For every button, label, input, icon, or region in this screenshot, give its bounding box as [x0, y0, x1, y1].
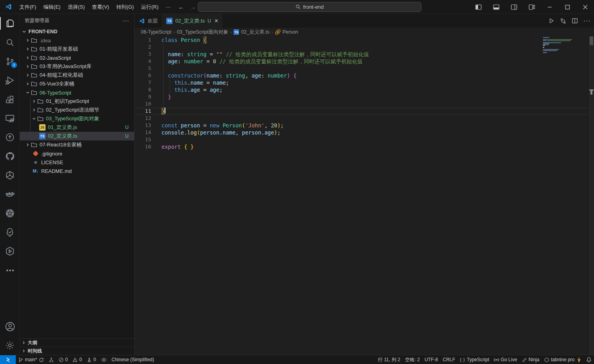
code-line-10[interactable]: 10 — [135, 100, 594, 108]
code-line-14[interactable]: 14console.log(person.name, person.age); — [135, 129, 594, 136]
activity-run-debug-icon[interactable] — [0, 71, 20, 90]
split-editor-icon[interactable] — [572, 18, 578, 24]
activity-media-play-icon[interactable] — [0, 242, 20, 261]
activity-more-icon[interactable] — [0, 261, 20, 280]
breadcrumb-item[interactable]: TS02_定义类.ts — [233, 29, 269, 36]
status-spell-checker[interactable] — [99, 355, 109, 364]
tree-item[interactable]: 01-前端开发基础 — [20, 45, 134, 53]
activity-github-icon[interactable] — [0, 147, 20, 166]
code-line-6[interactable]: 6 constructor(name: string, age: number)… — [135, 72, 594, 79]
status-language-mode[interactable]: { }TypeScript — [457, 355, 492, 364]
status-notifications[interactable] — [584, 355, 594, 364]
code-line-16[interactable]: 16export { } — [135, 143, 594, 150]
scrollbar-slider[interactable] — [590, 36, 593, 45]
code-line-13[interactable]: 13const person = new Person('John', 20); — [135, 122, 594, 129]
minimize-button[interactable] — [541, 0, 558, 14]
close-button[interactable] — [576, 0, 594, 14]
status-cursor-position[interactable]: 行 11, 列 2 — [376, 355, 402, 364]
toggle-secondary-sidebar-icon[interactable] — [505, 0, 523, 14]
run-file-icon[interactable] — [548, 18, 554, 24]
status-git-branch[interactable]: main* — [16, 355, 46, 364]
tree-item[interactable]: 03-常用的JavaScript库 — [20, 62, 134, 71]
menu-item-1[interactable]: 编辑(E) — [40, 0, 64, 13]
tree-item[interactable]: 02-JavaScript — [20, 53, 134, 62]
menu-item-0[interactable]: 文件(F) — [16, 0, 40, 13]
sidebar-panel-1[interactable]: 时间线 — [20, 347, 134, 355]
tree-item[interactable]: 07-React18全家桶 — [20, 140, 134, 149]
more-actions-icon[interactable]: ··· — [583, 17, 591, 25]
code-line-12[interactable]: 12 — [135, 115, 594, 122]
tab-close-icon[interactable]: × — [214, 17, 218, 25]
tree-item[interactable]: 05-Vue3全家桶 — [20, 80, 134, 88]
menu-item-5[interactable]: 运行(R) — [137, 0, 162, 13]
code-line-4[interactable]: 4 age: number = 0 // 给类的成员变量标注类型注解，同时还可以… — [135, 58, 594, 65]
sidebar-panel-0[interactable]: 大纲 — [20, 338, 134, 347]
toggle-panel-icon[interactable] — [487, 0, 505, 14]
open-changes-icon[interactable] — [560, 18, 566, 24]
breadcrumb-item[interactable]: 03_TypeScript面向对象 — [177, 29, 228, 36]
status-indentation[interactable]: 空格: 2 — [402, 355, 422, 364]
activity-search-icon[interactable] — [0, 33, 20, 52]
code-line-8[interactable]: 8 this.age = age; — [135, 86, 594, 93]
code-line-7[interactable]: 7 this.name = name; — [135, 79, 594, 86]
tree-item[interactable]: 02_TypeScript语法细节 — [20, 106, 134, 114]
activity-remote-explorer-icon[interactable] — [0, 109, 20, 128]
activity-test-tree-icon[interactable] — [0, 223, 20, 242]
activity-source-control-icon[interactable]: 2 — [0, 52, 20, 71]
status-errors[interactable]: 0 — [56, 355, 70, 364]
activity-circle-share-icon[interactable] — [0, 128, 20, 147]
tab-欢迎[interactable]: 欢迎 — [135, 14, 162, 28]
tree-item[interactable]: ≡LICENSE — [20, 158, 134, 167]
code-line-15[interactable]: 15 — [135, 136, 594, 143]
menu-overflow[interactable]: ··· — [162, 0, 174, 13]
activity-kubernetes-icon[interactable] — [0, 204, 20, 223]
command-center-search[interactable]: front-end — [198, 2, 421, 12]
tree-item[interactable]: 04-前端工程化基础 — [20, 71, 134, 80]
tree-item[interactable]: 06-TypeScript — [20, 88, 134, 97]
status-warnings[interactable]: 0 — [70, 355, 84, 364]
menu-item-2[interactable]: 选择(S) — [64, 0, 88, 13]
tree-item[interactable]: JS01_定义类.jsU — [20, 123, 134, 132]
code-editor[interactable]: 1class Person {23 name: string = "" // 给… — [135, 36, 594, 355]
sidebar-more-actions-icon[interactable]: ··· — [123, 17, 129, 24]
menu-item-4[interactable]: 转到(G) — [113, 0, 138, 13]
status-tabnine[interactable]: tabnine pro — [542, 355, 584, 364]
customize-layout-icon[interactable] — [523, 0, 541, 14]
code-line-3[interactable]: 3 name: string = "" // 给类的成员变量标注类型注解，同时还… — [135, 51, 594, 58]
breadcrumb-item[interactable]: 06-TypeScript — [141, 29, 171, 35]
tab-02_定义类.ts[interactable]: TS02_定义类.tsU× — [162, 14, 222, 28]
tree-item[interactable]: 03_TypeScript面向对象 — [20, 114, 134, 123]
status-ninja[interactable]: Ninja — [520, 355, 542, 364]
code-line-9[interactable]: 9 } — [135, 93, 594, 100]
code-line-1[interactable]: 1class Person { — [135, 36, 594, 44]
tree-item[interactable]: .gitignore — [20, 149, 134, 158]
maximize-button[interactable] — [558, 0, 576, 14]
status-remote-indicator[interactable] — [0, 355, 16, 364]
status-eol[interactable]: CRLF — [440, 355, 457, 364]
activity-openshift-icon[interactable] — [0, 166, 20, 185]
status-ports[interactable]: 0 — [84, 355, 99, 364]
menu-item-3[interactable]: 查看(V) — [88, 0, 112, 13]
activity-docker-icon[interactable] — [0, 185, 20, 204]
tree-item[interactable]: .idea — [20, 36, 134, 45]
activity-explorer-icon[interactable] — [0, 14, 20, 33]
status-scm-graph[interactable] — [46, 355, 56, 364]
forward-arrow-icon[interactable]: → — [190, 4, 195, 10]
code-line-2[interactable]: 2 — [135, 44, 594, 51]
code-line-5[interactable]: 5 — [135, 65, 594, 72]
toggle-primary-sidebar-icon[interactable] — [469, 0, 487, 14]
tree-item[interactable]: 01_初识TypeScript — [20, 97, 134, 106]
back-arrow-icon[interactable]: ← — [178, 4, 184, 10]
tree-item[interactable]: TS02_定义类.tsU — [20, 132, 134, 140]
activity-extensions-icon[interactable] — [0, 90, 20, 109]
minimap[interactable] — [542, 36, 588, 355]
status-go-live[interactable]: Go Live — [492, 355, 519, 364]
tree-root-folder[interactable]: FRONT-END — [20, 27, 134, 36]
status-keyboard-layout[interactable]: Chinese (Simplified) — [109, 355, 156, 364]
activity-settings-icon[interactable] — [0, 336, 20, 355]
code-line-11[interactable]: 11} — [135, 108, 594, 115]
status-encoding[interactable]: UTF-8 — [422, 355, 440, 364]
activity-account-icon[interactable] — [0, 317, 20, 336]
scrollbar[interactable] — [588, 36, 594, 355]
breadcrumb-item[interactable]: Person — [275, 29, 298, 35]
